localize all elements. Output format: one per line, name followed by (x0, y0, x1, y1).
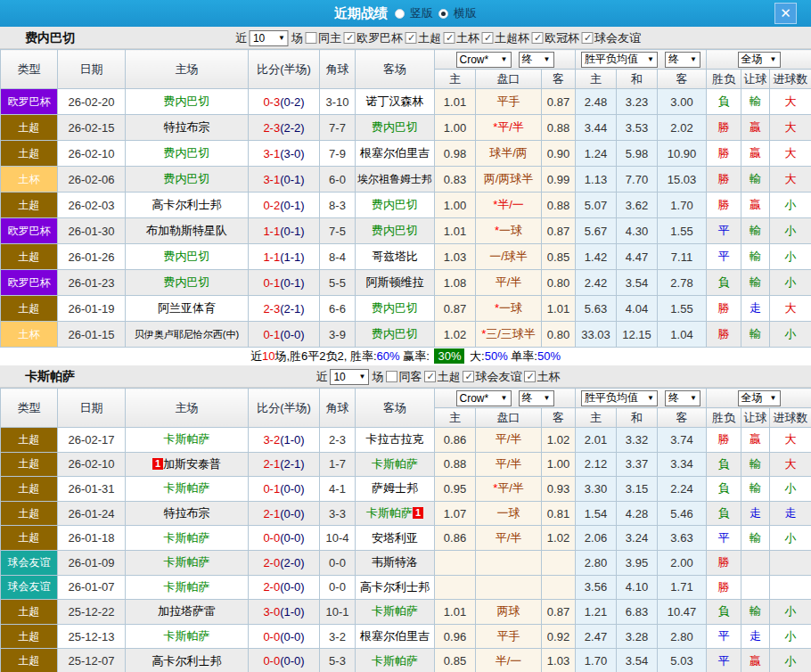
away-odds-cell: 1.02 (542, 526, 576, 551)
result-cell: 勝 (707, 115, 741, 141)
avg-source-select[interactable]: 胜平负均值▼ (581, 390, 658, 406)
layout-radio-vertical-label[interactable]: 竖版 (410, 5, 433, 21)
match-type-badge: 土超 (1, 452, 58, 477)
league-checkbox[interactable] (582, 32, 594, 44)
league-filter: 土超 (406, 30, 441, 46)
goals-result-cell: 大 (770, 141, 811, 167)
handicap-result-cell: 贏 (741, 428, 770, 453)
match-date: 25-12-07 (58, 649, 126, 672)
match-type-badge: 土超 (1, 624, 58, 649)
avg-time-select[interactable]: 终▼ (665, 52, 700, 68)
score-cell: 0-1(0-0) (249, 322, 320, 348)
avg-home-cell: 2.06 (576, 526, 617, 551)
same-venue-checkbox[interactable] (386, 371, 397, 382)
league-checkbox[interactable] (344, 32, 356, 44)
odds-time-select[interactable]: 终▼ (519, 52, 554, 68)
away-team-cell: 卡斯帕萨 (356, 452, 435, 477)
goals-result-cell: 小 (770, 193, 811, 218)
avg-draw-cell: 4.10 (617, 575, 658, 600)
handicap-cell: *半/一 (476, 193, 542, 218)
result-group-header: 全场▼ (707, 389, 811, 408)
summary-part: 单率: (508, 349, 537, 363)
home-odds-cell (435, 575, 476, 600)
same-venue-label: 同主 (318, 30, 341, 46)
corners-cell: 0-0 (320, 550, 356, 575)
goals-result-cell: 小 (770, 477, 811, 502)
dropdown-arrow-icon: ▼ (544, 394, 551, 402)
corners-cell: 3-9 (320, 322, 356, 348)
odds-source-select[interactable]: Crow*▼ (456, 390, 512, 406)
half-score: (2-1) (280, 457, 304, 471)
handicap-result-cell: 輸 (741, 600, 770, 625)
team-section: 费内巴切 近10▼场同主欧罗巴杯土超土杯土超杯欧冠杯球会友谊 类型日期主场比分(… (0, 27, 811, 365)
league-checkbox[interactable] (424, 371, 436, 382)
layout-radio-vertical[interactable] (395, 9, 405, 19)
result-cell: 平 (707, 526, 741, 551)
score-cell: 2-0(2-0) (249, 550, 320, 575)
odds-time-select[interactable]: 终▼ (519, 390, 554, 406)
avg-time-select[interactable]: 终▼ (665, 390, 700, 406)
corners-cell: 0-0 (320, 575, 356, 600)
league-checkbox[interactable] (482, 32, 494, 44)
handicap-cell: *三/三球半 (476, 322, 542, 348)
league-checkbox-label: 土超 (418, 30, 441, 46)
games-count-select-value: 10 (333, 371, 345, 383)
dropdown-arrow-icon: ▼ (690, 55, 697, 63)
summary-part: 场,胜6平2负2, 胜率: (274, 349, 376, 363)
close-button[interactable]: ✕ (774, 3, 797, 24)
avg-source-select[interactable]: 胜平负均值▼ (581, 52, 658, 68)
full-score: 3-2 (263, 433, 280, 447)
score-cell: 0-0(0-0) (249, 526, 320, 551)
avg-time-select-value: 终 (668, 390, 679, 406)
scope-select[interactable]: 全场▼ (738, 390, 781, 406)
avg-home-cell: 2.48 (576, 89, 617, 115)
match-row: 欧罗巴杯26-02-20费内巴切0-3(0-2)3-10诺丁汉森林1.01平手0… (1, 89, 811, 115)
goals-result-cell: 小 (770, 526, 811, 551)
games-count-select[interactable]: 10▼ (330, 369, 369, 385)
games-count-select-value: 10 (253, 32, 265, 45)
result-cell: 平 (707, 649, 741, 672)
goals-result-cell: 小 (770, 649, 811, 672)
subject-team-name: 费内巴切 (164, 94, 210, 108)
odds-source-select[interactable]: Crow*▼ (456, 52, 512, 68)
score-cell: 0-2(0-1) (249, 193, 320, 218)
col-header: 比分(半场) (249, 50, 320, 89)
league-checkbox[interactable] (463, 371, 474, 382)
avg-away-cell: 5.03 (658, 649, 707, 672)
layout-radio-horizontal-label[interactable]: 横版 (454, 5, 477, 21)
match-date: 25-12-22 (58, 600, 126, 625)
goals-result-cell: 大 (770, 89, 811, 115)
league-checkbox[interactable] (524, 371, 536, 382)
home-odds-cell: 0.98 (435, 141, 476, 167)
league-checkbox[interactable] (406, 32, 417, 44)
layout-radio-horizontal[interactable] (438, 9, 448, 19)
avg-draw-cell: 3.53 (617, 115, 658, 141)
corners-cell: 7-5 (320, 218, 356, 244)
away-team-cell: 根塞尔伯里吉 (356, 624, 435, 649)
avg-home-cell: 2.01 (576, 428, 617, 453)
avg-home-cell: 5.07 (576, 193, 617, 218)
league-filter: 球会友谊 (582, 30, 641, 46)
score-cell: 0-1(0-1) (249, 270, 320, 296)
games-count-select[interactable]: 10▼ (250, 30, 289, 46)
table-header: 类型日期主场比分(半场)角球客场Crow*▼终▼胜平负均值▼终▼全场▼ 主盘口客… (1, 50, 811, 89)
dropdown-arrow-icon: ▼ (647, 394, 654, 402)
handicap-cell: 平/半 (476, 428, 542, 453)
handicap-result-cell: 輸 (741, 477, 770, 502)
full-score: 1-1 (263, 250, 280, 264)
result-cell: 勝 (707, 575, 741, 600)
games-unit-label: 场 (291, 30, 303, 46)
league-checkbox[interactable] (444, 32, 455, 44)
scope-select[interactable]: 全场▼ (738, 52, 781, 68)
handicap-value: 一/球半 (489, 250, 528, 263)
handicap-value: 一球 (499, 301, 522, 315)
league-checkbox[interactable] (532, 32, 544, 44)
subject-team-name: 费内巴切 (372, 224, 418, 237)
col-header: 角球 (320, 389, 356, 428)
avg-draw-cell: 3.24 (617, 526, 658, 551)
opponent-team-name: 诺丁汉森林 (366, 94, 424, 108)
scope-select-value: 全场 (741, 52, 763, 67)
half-score: (1-1) (280, 250, 304, 264)
same-venue-checkbox[interactable] (306, 32, 317, 44)
handicap-result-cell: 輸 (741, 218, 770, 244)
